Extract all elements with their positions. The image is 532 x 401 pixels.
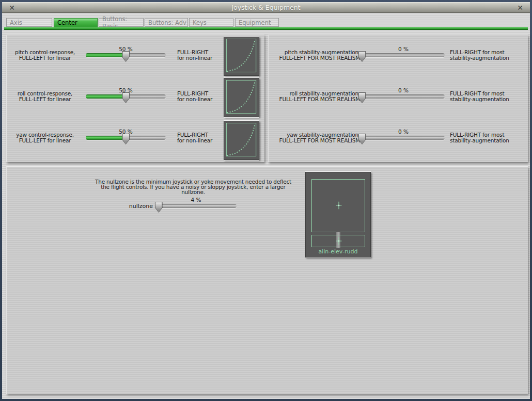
pitch-response-curve-display — [224, 37, 259, 76]
roll-response-label: roll control-response, FULL-LEFT for lin… — [7, 91, 83, 102]
yaw-stability-row: yaw stability-augmentation, FULL-LEFT FO… — [269, 125, 528, 150]
stick-position-crosshair-icon — [336, 202, 342, 210]
nullzone-value: 4 % — [155, 197, 237, 203]
slider-track[interactable] — [155, 204, 237, 208]
nullzone-panel: The nullzone is the minimum joystick or … — [6, 166, 528, 394]
window-title: Joystick & Equipment — [2, 4, 530, 11]
roll-stability-slider: 0 % — [362, 84, 445, 109]
roll-stability-hint: FULL-RIGHT for most stability-augmentati… — [450, 91, 509, 102]
joystick-position-monitor: ailn-elev-rudd — [305, 172, 371, 258]
yaw-stability-label: yaw stability-augmentation, FULL-LEFT FO… — [269, 132, 360, 143]
yaw-stability-hint: FULL-RIGHT for most stability-augmentati… — [450, 132, 509, 143]
joystick-equipment-window: ✕ Joystick & Equipment ✕ Axis Center But… — [2, 2, 530, 399]
close-icon[interactable]: ✕ — [514, 3, 526, 12]
titlebar: ✕ Joystick & Equipment ✕ — [2, 2, 530, 13]
tab-buttons-adv[interactable]: Buttons: Adv — [145, 18, 188, 27]
tab-keys[interactable]: Keys — [189, 18, 233, 27]
tab-equipment[interactable]: Equipment — [235, 18, 279, 27]
roll-response-slider: 50 % — [86, 84, 166, 109]
slider-thumb[interactable] — [122, 51, 130, 62]
pitch-response-label: pitch control-response, FULL-LEFT for li… — [7, 50, 83, 61]
pitch-response-slider: 50 % — [86, 43, 166, 68]
yaw-response-hint: FULL-RIGHT for non-linear — [177, 132, 212, 143]
slider-track[interactable] — [362, 94, 445, 99]
roll-response-hint: FULL-RIGHT for non-linear — [177, 91, 212, 102]
yaw-stability-value: 0 % — [362, 129, 445, 135]
pitch-stability-slider: 0 % — [362, 43, 445, 68]
roll-stability-label: roll stability-augmentation, FULL-LEFT F… — [269, 91, 360, 102]
yaw-response-label: yaw control-response, FULL-LEFT for line… — [7, 132, 83, 143]
slider-thumb[interactable] — [122, 92, 130, 103]
pitch-stability-label: pitch stability-augmentation, FULL-LEFT … — [269, 50, 360, 61]
rudder-position-crosshair-icon — [336, 237, 342, 245]
slider-track[interactable] — [362, 53, 445, 57]
nullzone-slider: 4 % — [155, 194, 237, 218]
slider-fill — [86, 136, 126, 140]
yaw-stability-slider: 0 % — [362, 125, 445, 150]
pitch-stability-hint: FULL-RIGHT for most stability-augmentati… — [450, 50, 509, 61]
pitch-response-hint: FULL-RIGHT for non-linear — [177, 50, 212, 61]
nullzone-description: The nullzone is the minimum joystick or … — [90, 179, 296, 195]
pitch-stability-value: 0 % — [362, 46, 445, 52]
slider-thumb[interactable] — [155, 202, 163, 213]
joystick-monitor-label: ailn-elev-rudd — [306, 248, 370, 255]
tab-center[interactable]: Center — [54, 18, 98, 27]
pitch-stability-row: pitch stability-augmentation, FULL-LEFT … — [269, 43, 528, 68]
nullzone-label: nullzone — [101, 203, 153, 210]
window-frame: ✕ Joystick & Equipment ✕ Axis Center But… — [0, 0, 532, 401]
control-response-panel: pitch control-response, FULL-LEFT for li… — [6, 35, 264, 162]
tab-axis[interactable]: Axis — [6, 18, 52, 27]
yaw-response-curve-display — [224, 121, 259, 160]
roll-response-curve-display — [224, 78, 259, 117]
slider-thumb[interactable] — [122, 134, 130, 145]
slider-track[interactable] — [362, 136, 445, 140]
slider-fill — [86, 94, 126, 99]
tab-buttons-basic[interactable]: Buttons: Basic — [99, 18, 144, 27]
slider-fill — [86, 53, 126, 57]
yaw-response-slider: 50 % — [86, 125, 166, 150]
stability-augmentation-panel: pitch stability-augmentation, FULL-LEFT … — [268, 35, 528, 162]
roll-stability-value: 0 % — [362, 87, 445, 93]
roll-stability-row: roll stability-augmentation, FULL-LEFT F… — [269, 84, 528, 109]
